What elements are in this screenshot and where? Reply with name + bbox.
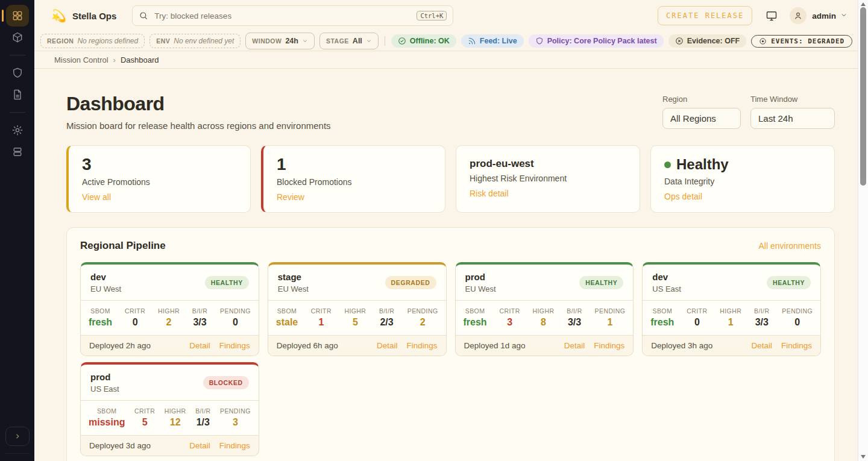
- findings-link[interactable]: Findings: [594, 341, 624, 350]
- data-integrity-status: Healthy: [676, 156, 729, 174]
- breadcrumb-separator: ›: [113, 55, 116, 64]
- target-icon: [759, 37, 767, 45]
- stat-label: SBOM: [276, 307, 298, 315]
- create-release-button[interactable]: CREATE RELEASE: [658, 6, 752, 25]
- feed-status-label: Feed: Live: [480, 37, 517, 45]
- chevron-right-icon: [13, 432, 22, 441]
- sidebar-item-documents[interactable]: [6, 84, 29, 105]
- global-search[interactable]: Ctrl+K: [132, 5, 453, 26]
- region-filter-pill[interactable]: REGION No regions defined: [40, 34, 145, 48]
- findings-link[interactable]: Findings: [406, 341, 437, 350]
- gear-icon: [11, 124, 24, 136]
- view-all-link[interactable]: View all: [82, 192, 111, 202]
- stat-value: fresh: [464, 317, 487, 328]
- stat-value: 0: [125, 317, 145, 328]
- window-filter-pill[interactable]: WINDOW 24h: [245, 33, 315, 49]
- rss-icon: [468, 37, 476, 45]
- stat-label: HIGHR: [533, 307, 555, 315]
- environment-name: dev: [652, 272, 681, 282]
- events-status-label: EVENTS: DEGRADED: [771, 37, 844, 45]
- sidebar-item-security[interactable]: [6, 62, 29, 84]
- pipeline-card: stage EU West DEGRADED SBOMstale CRITR1 …: [268, 262, 447, 356]
- page-title: Dashboard: [66, 93, 331, 115]
- pipeline-card: dev EU West HEALTHY SBOMfresh CRITR0 HIG…: [80, 262, 259, 356]
- stat-label: CRITR: [311, 307, 332, 315]
- environment-name: prod: [465, 272, 496, 282]
- summary-card-highest-risk: prod-eu-west Highest Risk Environment Ri…: [456, 145, 640, 213]
- stat-value: stale: [276, 317, 298, 328]
- sidebar-item-dashboard[interactable]: [6, 5, 29, 27]
- active-promotions-label: Active Promotions: [82, 177, 237, 187]
- env-filter-pill[interactable]: ENV No env defined yet: [149, 34, 241, 48]
- stat-label: CRITR: [125, 307, 145, 315]
- all-environments-link[interactable]: All environments: [759, 241, 822, 251]
- region-select-label: Region: [662, 95, 741, 104]
- detail-link[interactable]: Detail: [564, 341, 585, 350]
- scrollbar-down-arrow[interactable]: [861, 455, 866, 459]
- page-filters: Region All Regions Time Window Last 24h: [662, 93, 835, 129]
- stat-label: CRITR: [687, 307, 707, 315]
- detail-link[interactable]: Detail: [189, 341, 210, 350]
- highest-risk-env-name: prod-eu-west: [470, 155, 626, 171]
- sidebar-item-settings[interactable]: [6, 119, 29, 141]
- scrollbar-up-arrow[interactable]: [861, 2, 866, 6]
- environment-name: dev: [90, 272, 121, 282]
- findings-link[interactable]: Findings: [781, 341, 812, 350]
- ops-detail-link[interactable]: Ops detail: [664, 192, 702, 201]
- stat-value: 1/3: [195, 417, 210, 428]
- user-menu[interactable]: admin: [790, 7, 848, 24]
- stat-value: 2/3: [379, 317, 394, 328]
- sidebar-expand-button[interactable]: [5, 427, 30, 446]
- sidebar-divider: [5, 453, 30, 454]
- x-circle-icon: [675, 37, 684, 45]
- window-filter-label: WINDOW: [252, 37, 281, 45]
- detail-link[interactable]: Detail: [377, 341, 398, 350]
- environment-region: US East: [90, 384, 119, 394]
- region-select[interactable]: All Regions: [662, 108, 741, 129]
- display-mode-button[interactable]: [766, 10, 778, 22]
- stat-value: 5: [134, 417, 155, 428]
- stat-label: CRITR: [500, 307, 520, 315]
- status-badge: BLOCKED: [203, 376, 249, 389]
- stat-value: 1: [311, 317, 332, 328]
- avatar: [790, 7, 807, 24]
- time-window-select[interactable]: Last 24h: [750, 108, 835, 129]
- stat-value: 0: [687, 317, 707, 328]
- regional-pipeline-panel: Regional Pipeline All environments dev E…: [66, 227, 835, 461]
- stat-label: PENDING: [595, 307, 626, 315]
- search-icon: [139, 11, 148, 20]
- shield-icon: [11, 67, 24, 79]
- sidebar-item-infrastructure[interactable]: [6, 141, 29, 163]
- search-input[interactable]: [154, 11, 417, 20]
- findings-link[interactable]: Findings: [219, 341, 250, 350]
- stage-filter-pill[interactable]: STAGE All: [319, 33, 379, 49]
- regional-pipeline-title: Regional Pipeline: [80, 240, 166, 252]
- scrollbar-thumb[interactable]: [860, 7, 866, 186]
- detail-link[interactable]: Detail: [189, 441, 210, 450]
- monitor-icon: [766, 10, 778, 22]
- risk-detail-link[interactable]: Risk detail: [470, 189, 509, 198]
- environment-region: EU West: [278, 284, 309, 293]
- events-status-badge: EVENTS: DEGRADED: [751, 35, 852, 48]
- time-window-select-label: Time Window: [750, 95, 835, 104]
- status-badge: HEALTHY: [579, 276, 623, 289]
- stat-label: B/I/R: [192, 307, 207, 315]
- window-scrollbar[interactable]: [858, 0, 868, 461]
- active-promotions-count: 3: [82, 155, 237, 174]
- breadcrumb-root[interactable]: Mission Control: [54, 55, 108, 64]
- sidebar-item-releases[interactable]: [6, 27, 29, 48]
- findings-link[interactable]: Findings: [219, 441, 250, 450]
- stat-label: B/I/R: [379, 307, 394, 315]
- review-link[interactable]: Review: [277, 192, 304, 202]
- detail-link[interactable]: Detail: [751, 341, 772, 350]
- chevron-down-icon: [840, 10, 848, 21]
- page-header: Dashboard Mission board for release heal…: [66, 93, 835, 131]
- stat-label: B/I/R: [567, 307, 582, 315]
- deployed-text: Deployed 2h ago: [89, 341, 151, 350]
- blocked-promotions-label: Blocked Promotions: [277, 177, 432, 187]
- deployed-text: Deployed 6h ago: [277, 341, 338, 350]
- sidebar: [0, 0, 34, 461]
- package-icon: [11, 31, 24, 43]
- offline-status-chip: Offline: OK: [391, 34, 456, 48]
- chevron-down-icon: [302, 36, 308, 46]
